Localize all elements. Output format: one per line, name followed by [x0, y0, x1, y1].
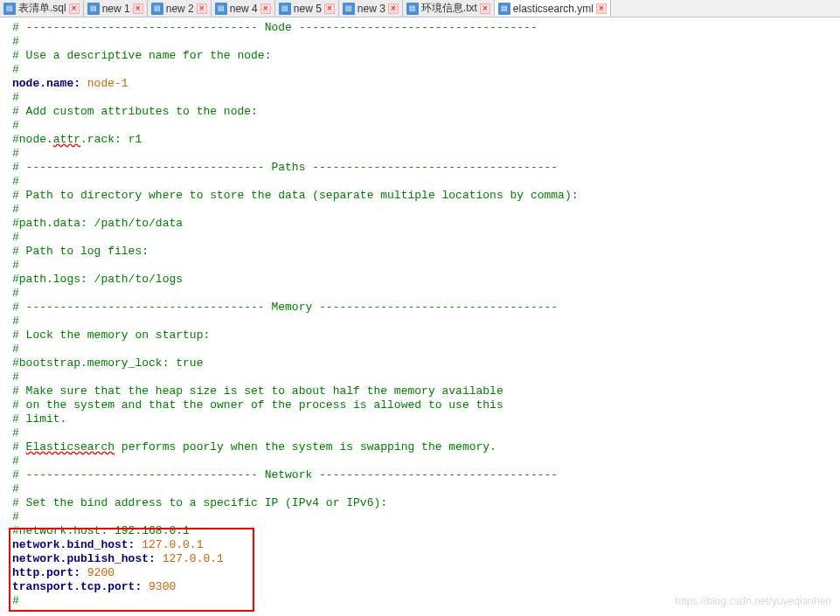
close-icon[interactable]: ×: [388, 3, 399, 14]
code-line: #path.logs: /path/to/logs: [12, 273, 183, 286]
yaml-key: node.name:: [12, 77, 80, 90]
code-line: #: [12, 35, 19, 48]
close-icon[interactable]: ×: [197, 3, 207, 14]
tab-new5[interactable]: ▤ new 5 ×: [275, 0, 339, 17]
tab-new1[interactable]: ▤ new 1 ×: [84, 0, 148, 17]
code-line: #: [12, 440, 26, 453]
close-icon[interactable]: ×: [596, 3, 607, 14]
code-editor[interactable]: # ---------------------------------- Nod…: [0, 17, 840, 608]
yaml-key: network.bind_host:: [12, 538, 135, 551]
file-icon: ▤: [343, 3, 355, 15]
code-line: #: [12, 510, 19, 523]
code-line: #: [12, 63, 19, 76]
yaml-value: 127.0.0.1: [135, 538, 203, 551]
code-line: #node.: [12, 133, 53, 146]
tab-sql[interactable]: ▤ 表清单.sql ×: [0, 0, 84, 17]
tab-label: new 2: [166, 3, 194, 15]
file-icon: ▤: [3, 3, 16, 15]
code-line: # on the system and that the owner of th…: [12, 398, 503, 412]
spell-error: Elasticsearch: [26, 440, 115, 453]
tab-label: new 1: [102, 3, 130, 15]
code-line: performs poorly when the system is swapp…: [115, 440, 496, 453]
spell-error: attr: [53, 133, 80, 146]
file-icon: ▤: [406, 3, 419, 15]
tab-elasticsearch[interactable]: ▤ elasticsearch.yml ×: [495, 0, 611, 17]
code-line: #: [12, 147, 19, 160]
code-line: #: [12, 454, 19, 467]
code-line: #: [12, 91, 19, 104]
tab-new2[interactable]: ▤ new 2 ×: [148, 0, 212, 17]
code-line: #: [12, 426, 19, 440]
tab-new3[interactable]: ▤ new 3 ×: [339, 0, 403, 17]
code-line: #: [12, 259, 19, 272]
close-icon[interactable]: ×: [480, 3, 490, 14]
tab-label: new 5: [294, 3, 322, 15]
tab-bar: ▤ 表清单.sql × ▤ new 1 × ▤ new 2 × ▤ new 4 …: [0, 0, 840, 17]
file-icon: ▤: [151, 3, 163, 15]
tab-label: elasticsearch.yml: [513, 3, 594, 15]
tab-label: 表清单.sql: [18, 1, 66, 16]
yaml-value: 127.0.0.1: [156, 552, 224, 565]
code-line: #: [12, 287, 19, 300]
close-icon[interactable]: ×: [324, 3, 335, 14]
close-icon[interactable]: ×: [133, 3, 143, 14]
code-line: # Use a descriptive name for the node:: [12, 49, 271, 62]
code-line: # Path to log files:: [12, 245, 149, 258]
tab-label: new 3: [358, 3, 385, 15]
tab-env[interactable]: ▤ 环境信息.txt ×: [403, 0, 495, 17]
code-line: # Make sure that the heap size is set to…: [12, 384, 503, 398]
yaml-key: network.publish_host:: [12, 552, 156, 565]
yaml-value: node-1: [80, 77, 128, 90]
code-line: #: [12, 343, 19, 356]
yaml-key: transport.tcp.port:: [12, 580, 142, 593]
code-line: #: [12, 119, 19, 132]
code-line: # ----------------------------------- Pa…: [12, 161, 558, 174]
code-line: #: [12, 594, 19, 607]
code-line: #: [12, 370, 19, 384]
code-line: # ----------------------------------- Me…: [12, 301, 558, 314]
code-line: #: [12, 175, 19, 188]
close-icon[interactable]: ×: [69, 3, 80, 14]
code-line: # Set the bind address to a specific IP …: [12, 496, 387, 509]
yaml-value: 9200: [80, 566, 115, 579]
file-icon: ▤: [87, 3, 100, 15]
code-line: # Lock the memory on startup:: [12, 329, 210, 342]
code-line: #: [12, 231, 19, 244]
file-icon: ▤: [215, 3, 227, 15]
code-line: # limit.: [12, 412, 66, 426]
file-icon: ▤: [279, 3, 291, 15]
close-icon[interactable]: ×: [260, 3, 271, 14]
code-line: # ---------------------------------- Nod…: [12, 21, 538, 34]
yaml-value: 9300: [142, 580, 176, 593]
code-line: # ---------------------------------- Net…: [12, 468, 558, 481]
code-line: #path.data: /path/to/data: [12, 217, 183, 230]
code-line: # Add custom attributes to the node:: [12, 105, 258, 118]
code-line: .rack: r1: [80, 133, 142, 146]
code-line: #bootstrap.memory_lock: true: [12, 356, 203, 370]
yaml-key: http.port:: [12, 566, 80, 579]
code-line: #: [12, 315, 19, 328]
tab-label: 环境信息.txt: [421, 1, 477, 16]
code-line: # Path to directory where to store the d…: [12, 189, 579, 202]
code-line: #: [12, 203, 19, 216]
code-line: #: [12, 482, 19, 495]
tab-label: new 4: [230, 3, 258, 15]
code-line: #network.host: 192.168.0.1: [12, 524, 190, 537]
tab-new4[interactable]: ▤ new 4 ×: [212, 0, 275, 17]
file-icon: ▤: [498, 3, 510, 15]
